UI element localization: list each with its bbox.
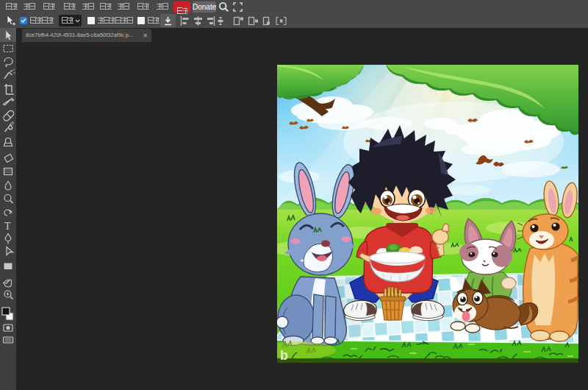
svg-text:b: b	[280, 348, 288, 363]
svg-text:T: T	[4, 221, 11, 232]
